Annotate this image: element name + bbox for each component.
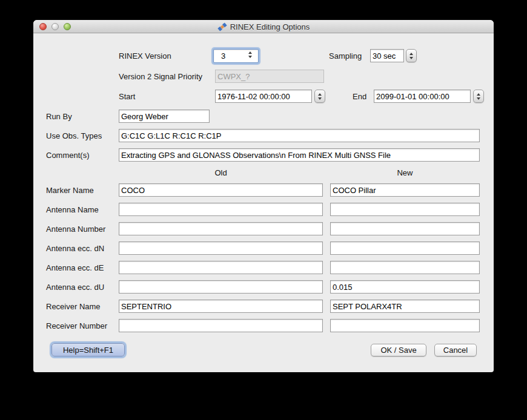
old-antenna-ecc-dn-input[interactable] <box>119 241 323 255</box>
end-datetime-input[interactable] <box>374 90 471 103</box>
old-marker-name-input[interactable] <box>119 183 323 197</box>
obs-types-label: Use Obs. Types <box>46 129 102 143</box>
new-antenna-ecc-dn-input[interactable] <box>330 241 480 255</box>
old-antenna-name-input[interactable] <box>119 203 323 216</box>
old-antenna-number-input[interactable] <box>119 222 323 235</box>
obs-types-input[interactable] <box>119 129 480 142</box>
row-label: Antenna ecc. dU <box>46 280 104 294</box>
run-by-label: Run By <box>46 110 72 123</box>
start-label: Start <box>119 90 135 103</box>
title-area: RINEX Editing Options <box>33 20 494 33</box>
ok-save-button[interactable]: OK / Save <box>371 344 426 356</box>
window-title: RINEX Editing Options <box>230 22 310 31</box>
new-antenna-ecc-du-input[interactable] <box>330 280 480 294</box>
row-label: Antenna ecc. dE <box>46 261 104 275</box>
spinner-arrows-icon[interactable] <box>248 51 252 58</box>
row-antenna-number: Antenna Number <box>33 222 494 236</box>
row-label: Antenna Name <box>46 203 99 217</box>
sampling-spinner[interactable] <box>406 49 417 62</box>
rinex-version-spinbox[interactable]: 3 <box>213 49 259 63</box>
help-button[interactable]: Help=Shift+F1 <box>51 343 125 356</box>
signal-priority-label: Version 2 Signal Priority <box>119 70 202 84</box>
row-label: Antenna Number <box>46 222 105 236</box>
row-antenna-ecc-dn: Antenna ecc. dN <box>33 241 494 255</box>
comments-input[interactable] <box>119 148 480 162</box>
signal-priority-input <box>215 70 324 83</box>
titlebar[interactable]: RINEX Editing Options <box>33 20 494 33</box>
rinex-version-label: RINEX Version <box>119 49 171 63</box>
row-receiver-number: Receiver Number <box>33 319 494 333</box>
new-receiver-name-input[interactable] <box>330 300 480 313</box>
bnc-app-icon <box>217 22 227 31</box>
sampling-input[interactable] <box>370 49 404 62</box>
sampling-label: Sampling <box>329 49 362 63</box>
new-marker-name-input[interactable] <box>330 183 480 197</box>
row-antenna-ecc-de: Antenna ecc. dE <box>33 261 494 275</box>
rinex-version-value: 3 <box>221 50 225 62</box>
old-column-header: Old <box>119 168 323 178</box>
start-spinner[interactable] <box>314 90 325 103</box>
new-receiver-number-input[interactable] <box>330 319 480 332</box>
new-column-header: New <box>330 168 480 178</box>
comments-label: Comment(s) <box>46 148 90 162</box>
row-label: Receiver Number <box>46 319 107 333</box>
new-antenna-number-input[interactable] <box>330 222 480 235</box>
new-antenna-name-input[interactable] <box>330 203 480 216</box>
start-datetime-input[interactable] <box>215 90 312 103</box>
old-receiver-name-input[interactable] <box>119 300 323 313</box>
row-antenna-ecc-du: Antenna ecc. dU <box>33 280 494 294</box>
old-antenna-ecc-du-input[interactable] <box>119 280 323 294</box>
row-label: Antenna ecc. dN <box>46 241 104 255</box>
old-antenna-ecc-de-input[interactable] <box>119 261 323 274</box>
cancel-button[interactable]: Cancel <box>434 344 477 356</box>
row-antenna-name: Antenna Name <box>33 203 494 217</box>
row-label: Marker Name <box>46 183 94 197</box>
new-antenna-ecc-de-input[interactable] <box>330 261 480 274</box>
run-by-input[interactable] <box>119 110 210 123</box>
old-receiver-number-input[interactable] <box>119 319 323 332</box>
end-spinner[interactable] <box>473 90 484 103</box>
row-label: Receiver Name <box>46 300 101 313</box>
row-receiver-name: Receiver Name <box>33 300 494 313</box>
rinex-editing-options-window: RINEX Editing Options RINEX Version 3 Sa… <box>33 20 494 372</box>
end-label: End <box>353 90 366 103</box>
row-marker-name: Marker Name <box>33 183 494 197</box>
desktop-background: RINEX Editing Options RINEX Version 3 Sa… <box>0 0 527 420</box>
